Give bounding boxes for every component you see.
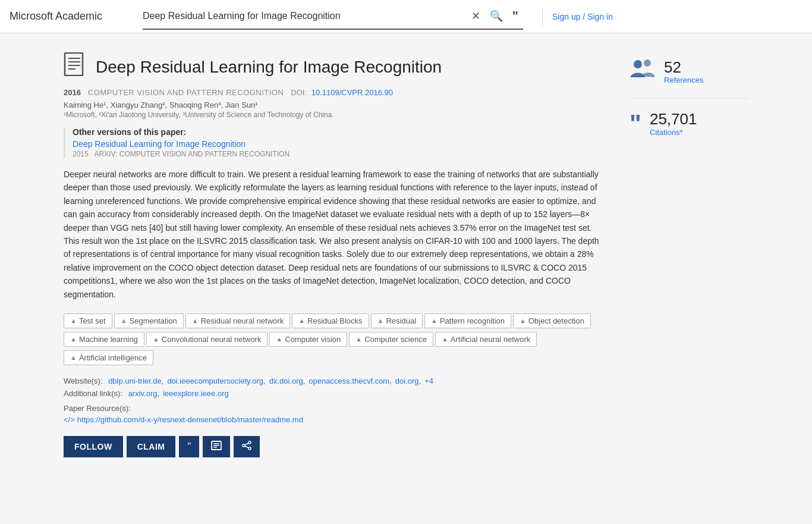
websites-links: dblp.uni-trier.de,doi.ieeecomputersociet… <box>105 376 433 385</box>
abstract-text: Deeper neural networks are more difficul… <box>64 168 606 301</box>
cite-header-button[interactable]: " <box>508 6 523 26</box>
topic-tag[interactable]: ▲Artificial neural network <box>435 332 537 347</box>
paper-doi: DOI: 10.1109/CVPR.2016.90 <box>291 88 393 97</box>
tag-icon: ▲ <box>70 354 77 361</box>
website-link[interactable]: dx.doi.org <box>269 376 303 385</box>
sidebar-divider <box>630 98 748 99</box>
paper-resources-label: Paper Resource(s): <box>64 404 606 413</box>
topic-tag[interactable]: ▲Residual neural network <box>185 313 290 328</box>
topic-tag[interactable]: ▲Pattern recognition <box>424 313 511 328</box>
other-versions-label: Other versions of this paper: <box>73 127 606 137</box>
topic-tag[interactable]: ▲Residual Blocks <box>292 313 369 328</box>
topic-tag[interactable]: ▲Segmentation <box>114 313 184 328</box>
website-link[interactable]: dblp.uni-trier.de <box>108 376 162 385</box>
tag-icon: ▲ <box>377 317 384 324</box>
paper-title-row: Deep Residual Learning for Image Recogni… <box>64 52 606 81</box>
svg-line-13 <box>245 446 248 448</box>
action-buttons: FOLLOW CLAIM " <box>64 436 606 457</box>
quote-button[interactable]: " <box>179 436 199 457</box>
additional-link[interactable]: ieeexplore.ieee.org <box>163 389 229 398</box>
main-container: Deep Residual Learning for Image Recogni… <box>49 33 763 476</box>
tag-icon: ▲ <box>70 335 77 343</box>
doi-link[interactable]: 10.1109/CVPR.2016.90 <box>311 88 393 97</box>
citations-count: 25,701 <box>650 111 697 128</box>
references-stat: 52 References <box>630 57 748 86</box>
code-icon: </> <box>64 415 75 424</box>
app-logo: Microsoft Academic <box>10 10 128 23</box>
topic-tag[interactable]: ▲Convolutional neural network <box>146 332 268 347</box>
svg-point-11 <box>248 447 251 450</box>
svg-rect-0 <box>65 53 83 76</box>
additional-link[interactable]: arxiv.org <box>128 389 158 398</box>
svg-point-15 <box>644 59 651 67</box>
website-link[interactable]: doi.org <box>395 376 419 385</box>
websites-row: Website(s): dblp.uni-trier.de,doi.ieeeco… <box>64 376 606 385</box>
topic-tag[interactable]: ▲Object detection <box>513 313 591 328</box>
additional-links: arxiv.org,ieeexplore.ieee.org <box>125 389 229 398</box>
search-button[interactable]: 🔍 <box>485 7 508 25</box>
paper-title: Deep Residual Learning for Image Recogni… <box>96 57 442 77</box>
other-version-link[interactable]: Deep Residual Learning for Image Recogni… <box>73 139 246 149</box>
tag-icon: ▲ <box>355 335 362 343</box>
topic-tag[interactable]: ▲Residual <box>371 313 423 328</box>
share-button[interactable] <box>234 436 260 457</box>
paper-document-icon <box>64 52 89 81</box>
other-versions: Other versions of this paper: Deep Resid… <box>64 127 606 158</box>
topic-tag[interactable]: ▲Test set <box>64 313 112 328</box>
tag-icon: ▲ <box>121 317 127 324</box>
paper-authors: Kaiming He¹, Xiangyu Zhang², Shaoqing Re… <box>64 101 606 109</box>
tag-icon: ▲ <box>153 335 159 343</box>
svg-line-12 <box>245 443 248 445</box>
svg-point-14 <box>634 60 642 68</box>
website-link[interactable]: openaccess.thecvf.com <box>309 376 389 385</box>
references-icon <box>630 57 656 86</box>
websites-label: Website(s): <box>64 376 103 385</box>
citations-stat: " 25,701 Citations* <box>630 111 748 137</box>
references-info: 52 References <box>664 59 703 85</box>
paper-resource-url: https://github.com/d-x-y/resnext-densene… <box>77 415 303 424</box>
tag-icon: ▲ <box>442 335 448 343</box>
follow-button[interactable]: FOLLOW <box>64 436 123 457</box>
claim-button[interactable]: CLAIM <box>127 436 176 457</box>
topic-tag[interactable]: ▲Computer vision <box>269 332 347 347</box>
citations-quote-icon: " <box>630 111 641 136</box>
tag-icon: ▲ <box>276 335 282 343</box>
additional-links-row: Additional link(s): arxiv.org,ieeexplore… <box>64 389 606 398</box>
paper-resource-link[interactable]: </> https://github.com/d-x-y/resnext-den… <box>64 415 606 424</box>
references-count: 52 <box>664 59 703 76</box>
tag-icon: ▲ <box>70 317 77 324</box>
tag-icon: ▲ <box>298 317 305 324</box>
topic-tag[interactable]: ▲Computer science <box>349 332 433 347</box>
sidebar: 52 References " 25,701 Citations* <box>630 52 748 457</box>
website-link[interactable]: +4 <box>424 376 433 385</box>
clear-button[interactable]: ✕ <box>467 7 485 25</box>
website-link[interactable]: doi.ieeecomputersociety.org <box>167 376 263 385</box>
other-version-year: 2015 <box>73 150 89 158</box>
svg-point-10 <box>243 444 245 447</box>
tag-icon: ▲ <box>431 317 438 324</box>
topic-tag[interactable]: ▲Artificial intelligence <box>64 350 153 365</box>
paper-affiliations: ¹Microsoft, ²Xi'an Jiaotong University, … <box>64 111 606 119</box>
other-version-venue: ARXIV: COMPUTER VISION AND PATTERN RECOG… <box>95 150 289 158</box>
tag-icon: ▲ <box>192 317 199 324</box>
tag-icon: ▲ <box>520 317 526 324</box>
citations-info: 25,701 Citations* <box>650 111 697 137</box>
library-button[interactable] <box>203 436 230 457</box>
signup-signin-link[interactable]: Sign up / Sign in <box>552 12 613 21</box>
references-label[interactable]: References <box>664 76 703 84</box>
search-input[interactable] <box>143 11 467 21</box>
search-bar: ✕ 🔍 " <box>143 4 523 30</box>
additional-links-label: Additional link(s): <box>64 389 122 398</box>
svg-point-9 <box>248 441 251 444</box>
paper-meta: 2016 COMPUTER VISION AND PATTERN RECOGNI… <box>64 87 606 97</box>
header: Microsoft Academic ✕ 🔍 " Sign up / Sign … <box>0 0 812 33</box>
paper-year: 2016 <box>64 88 81 97</box>
topic-tag[interactable]: ▲Machine learning <box>64 332 144 347</box>
citations-label[interactable]: Citations* <box>650 128 697 137</box>
content-area: Deep Residual Learning for Image Recogni… <box>64 52 606 457</box>
paper-venue: COMPUTER VISION AND PATTERN RECOGNITION <box>88 88 284 97</box>
tags-area: ▲Test set▲Segmentation▲Residual neural n… <box>64 312 606 367</box>
doi-label: DOI: <box>291 88 307 97</box>
header-divider <box>542 7 543 26</box>
